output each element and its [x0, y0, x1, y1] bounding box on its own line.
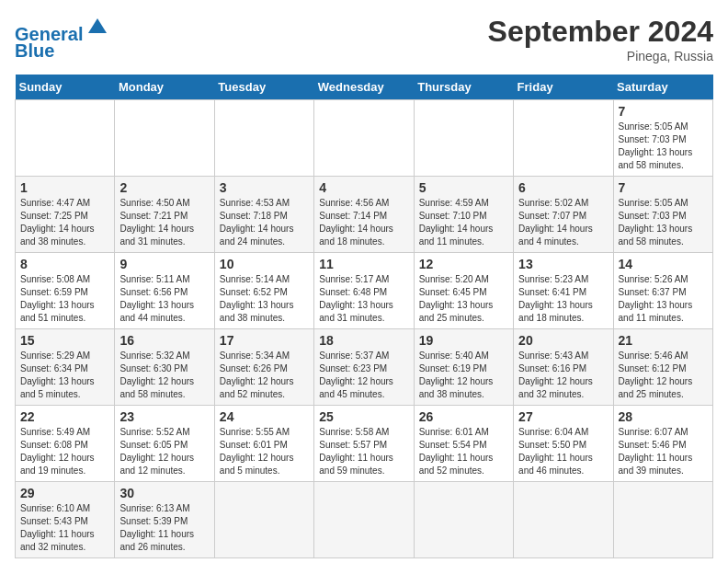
- day-number: 1: [20, 180, 109, 195]
- calendar-cell: 8Sunrise: 5:08 AM Sunset: 6:59 PM Daylig…: [16, 253, 115, 329]
- day-number: 13: [518, 257, 608, 271]
- calendar-cell: 25Sunrise: 5:58 AM Sunset: 5:57 PM Dayli…: [314, 406, 414, 482]
- day-info: Sunrise: 5:29 AM Sunset: 6:34 PM Dayligh…: [20, 350, 109, 401]
- day-info: Sunrise: 5:40 AM Sunset: 6:19 PM Dayligh…: [419, 350, 508, 401]
- day-info: Sunrise: 5:58 AM Sunset: 5:57 PM Dayligh…: [319, 426, 408, 477]
- day-number: 25: [319, 409, 408, 424]
- day-info: Sunrise: 4:59 AM Sunset: 7:10 PM Dayligh…: [419, 197, 508, 248]
- calendar-cell: [414, 482, 513, 558]
- calendar-cell: 30Sunrise: 6:13 AM Sunset: 5:39 PM Dayli…: [115, 482, 214, 558]
- day-number: 19: [419, 333, 508, 348]
- calendar-row-0: 7Sunrise: 5:05 AM Sunset: 7:03 PM Daylig…: [16, 100, 713, 177]
- day-info: Sunrise: 6:13 AM Sunset: 5:39 PM Dayligh…: [119, 502, 209, 554]
- day-info: Sunrise: 5:55 AM Sunset: 6:01 PM Dayligh…: [220, 426, 309, 477]
- col-thursday: Thursday: [414, 75, 513, 100]
- day-info: Sunrise: 5:20 AM Sunset: 6:45 PM Dayligh…: [419, 273, 508, 325]
- day-number: 7: [619, 104, 708, 119]
- location: Pinega, Russia: [488, 49, 713, 63]
- calendar-cell: [414, 100, 513, 177]
- day-number: 8: [20, 257, 109, 271]
- calendar-cell: [514, 482, 613, 558]
- calendar-row-2: 8Sunrise: 5:08 AM Sunset: 6:59 PM Daylig…: [16, 253, 713, 329]
- day-number: 26: [419, 409, 508, 424]
- col-saturday: Saturday: [613, 75, 712, 100]
- day-number: 30: [119, 486, 209, 500]
- calendar-cell: 6Sunrise: 5:02 AM Sunset: 7:07 PM Daylig…: [514, 177, 613, 253]
- day-info: Sunrise: 5:46 AM Sunset: 6:12 PM Dayligh…: [619, 350, 708, 401]
- calendar-cell: 3Sunrise: 4:53 AM Sunset: 7:18 PM Daylig…: [214, 177, 313, 253]
- calendar-cell: 10Sunrise: 5:14 AM Sunset: 6:52 PM Dayli…: [214, 253, 313, 329]
- day-info: Sunrise: 5:26 AM Sunset: 6:37 PM Dayligh…: [619, 273, 708, 325]
- calendar-cell: 22Sunrise: 5:49 AM Sunset: 6:08 PM Dayli…: [16, 406, 115, 482]
- calendar-cell: 4Sunrise: 4:56 AM Sunset: 7:14 PM Daylig…: [314, 177, 414, 253]
- day-number: 17: [220, 333, 309, 348]
- day-info: Sunrise: 6:04 AM Sunset: 5:50 PM Dayligh…: [518, 426, 608, 477]
- day-number: 20: [518, 333, 608, 348]
- day-info: Sunrise: 5:34 AM Sunset: 6:26 PM Dayligh…: [220, 350, 309, 401]
- calendar-cell: 7Sunrise: 5:05 AM Sunset: 7:03 PM Daylig…: [613, 100, 712, 177]
- calendar-cell: [214, 482, 313, 558]
- calendar-cell: 11Sunrise: 5:17 AM Sunset: 6:48 PM Dayli…: [314, 253, 414, 329]
- day-number: 2: [119, 180, 209, 195]
- day-number: 6: [518, 180, 608, 195]
- calendar-cell: 20Sunrise: 5:43 AM Sunset: 6:16 PM Dayli…: [514, 329, 613, 406]
- day-number: 22: [20, 409, 109, 424]
- day-info: Sunrise: 5:52 AM Sunset: 6:05 PM Dayligh…: [119, 426, 209, 477]
- day-info: Sunrise: 4:56 AM Sunset: 7:14 PM Dayligh…: [319, 197, 408, 248]
- day-number: 21: [619, 333, 708, 348]
- logo: General Blue: [15, 15, 110, 61]
- calendar-row-1: 1Sunrise: 4:47 AM Sunset: 7:25 PM Daylig…: [16, 177, 713, 253]
- calendar-cell: 14Sunrise: 5:26 AM Sunset: 6:37 PM Dayli…: [613, 253, 712, 329]
- day-info: Sunrise: 5:32 AM Sunset: 6:30 PM Dayligh…: [119, 350, 209, 401]
- col-wednesday: Wednesday: [314, 75, 414, 100]
- col-monday: Monday: [115, 75, 214, 100]
- day-info: Sunrise: 5:23 AM Sunset: 6:41 PM Dayligh…: [518, 273, 608, 325]
- calendar-cell: 2Sunrise: 4:50 AM Sunset: 7:21 PM Daylig…: [115, 177, 214, 253]
- day-info: Sunrise: 5:49 AM Sunset: 6:08 PM Dayligh…: [20, 426, 109, 477]
- day-number: 3: [220, 180, 309, 195]
- day-info: Sunrise: 4:50 AM Sunset: 7:21 PM Dayligh…: [119, 197, 209, 248]
- day-info: Sunrise: 5:17 AM Sunset: 6:48 PM Dayligh…: [319, 273, 408, 325]
- calendar-cell: [613, 482, 712, 558]
- day-info: Sunrise: 6:07 AM Sunset: 5:46 PM Dayligh…: [619, 426, 708, 477]
- day-number: 29: [20, 486, 109, 500]
- day-info: Sunrise: 6:01 AM Sunset: 5:54 PM Dayligh…: [419, 426, 508, 477]
- day-info: Sunrise: 5:05 AM Sunset: 7:03 PM Dayligh…: [619, 197, 708, 248]
- title-area: September 2024 Pinega, Russia: [488, 15, 713, 63]
- day-number: 4: [319, 180, 408, 195]
- logo-icon: [85, 15, 110, 40]
- calendar-cell: 17Sunrise: 5:34 AM Sunset: 6:26 PM Dayli…: [214, 329, 313, 406]
- calendar-cell: [314, 482, 414, 558]
- day-info: Sunrise: 6:10 AM Sunset: 5:43 PM Dayligh…: [20, 502, 109, 554]
- calendar-cell: 16Sunrise: 5:32 AM Sunset: 6:30 PM Dayli…: [115, 329, 214, 406]
- day-number: 5: [419, 180, 508, 195]
- logo-text: General Blue: [15, 15, 110, 61]
- day-number: 11: [319, 257, 408, 271]
- calendar-cell: 9Sunrise: 5:11 AM Sunset: 6:56 PM Daylig…: [115, 253, 214, 329]
- col-tuesday: Tuesday: [214, 75, 313, 100]
- calendar-cell: 18Sunrise: 5:37 AM Sunset: 6:23 PM Dayli…: [314, 329, 414, 406]
- calendar-cell: [514, 100, 613, 177]
- calendar-cell: 29Sunrise: 6:10 AM Sunset: 5:43 PM Dayli…: [16, 482, 115, 558]
- calendar-cell: [16, 100, 115, 177]
- calendar-cell: 15Sunrise: 5:29 AM Sunset: 6:34 PM Dayli…: [16, 329, 115, 406]
- calendar-row-5: 29Sunrise: 6:10 AM Sunset: 5:43 PM Dayli…: [16, 482, 713, 558]
- svg-marker-0: [88, 18, 107, 33]
- calendar-cell: 19Sunrise: 5:40 AM Sunset: 6:19 PM Dayli…: [414, 329, 513, 406]
- calendar-cell: [214, 100, 313, 177]
- calendar-cell: 12Sunrise: 5:20 AM Sunset: 6:45 PM Dayli…: [414, 253, 513, 329]
- day-info: Sunrise: 4:53 AM Sunset: 7:18 PM Dayligh…: [220, 197, 309, 248]
- calendar-cell: [115, 100, 214, 177]
- col-friday: Friday: [514, 75, 613, 100]
- day-number: 18: [319, 333, 408, 348]
- day-number: 28: [619, 409, 708, 424]
- calendar-row-4: 22Sunrise: 5:49 AM Sunset: 6:08 PM Dayli…: [16, 406, 713, 482]
- day-number: 23: [119, 409, 209, 424]
- month-title: September 2024: [488, 15, 713, 49]
- day-info: Sunrise: 5:43 AM Sunset: 6:16 PM Dayligh…: [518, 350, 608, 401]
- calendar-cell: 1Sunrise: 4:47 AM Sunset: 7:25 PM Daylig…: [16, 177, 115, 253]
- day-number: 7: [619, 180, 708, 195]
- day-number: 16: [119, 333, 209, 348]
- col-sunday: Sunday: [16, 75, 115, 100]
- calendar-row-3: 15Sunrise: 5:29 AM Sunset: 6:34 PM Dayli…: [16, 329, 713, 406]
